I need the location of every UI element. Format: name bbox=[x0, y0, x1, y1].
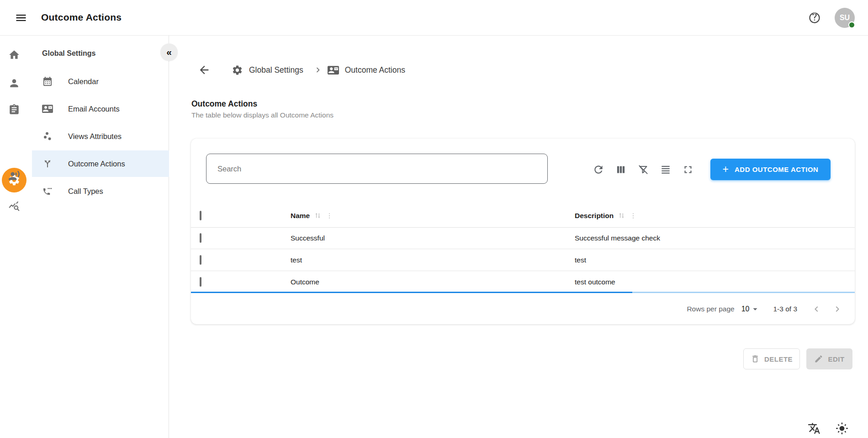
data-grid-card: + ADD OUTCOME ACTION Name Description Su… bbox=[191, 139, 855, 324]
contact-card-icon bbox=[42, 103, 53, 114]
query-stats-icon[interactable] bbox=[8, 201, 20, 213]
chevron-right-icon bbox=[313, 65, 323, 75]
rows-per-page-label: Rows per page bbox=[687, 305, 734, 313]
sidebar-item-label: Outcome Actions bbox=[68, 160, 125, 168]
fullscreen-icon[interactable] bbox=[682, 164, 694, 176]
breadcrumb: Global Settings Outcome Actions bbox=[198, 62, 405, 78]
cell-name: test bbox=[291, 256, 575, 264]
row-actions: DELETE EDIT bbox=[743, 348, 852, 369]
breadcrumb-global-settings[interactable]: Global Settings bbox=[232, 64, 303, 76]
dropdown-caret-icon bbox=[750, 304, 760, 314]
sidebar-item-label: Views Attributes bbox=[68, 132, 122, 141]
column-label: Name bbox=[291, 212, 310, 220]
sidebar-item-calendar[interactable]: Calendar bbox=[32, 68, 169, 95]
scatter-icon bbox=[42, 131, 53, 142]
gear-icon bbox=[232, 64, 243, 76]
app-title: Outcome Actions bbox=[41, 12, 122, 23]
edit-label: EDIT bbox=[828, 355, 844, 363]
contact-card-icon bbox=[328, 64, 339, 76]
view-columns-icon[interactable] bbox=[615, 164, 627, 176]
voice-person-icon[interactable] bbox=[8, 170, 20, 182]
grid-toolbar bbox=[593, 164, 694, 176]
sort-icon[interactable] bbox=[618, 212, 625, 219]
calendar-icon bbox=[42, 76, 53, 87]
edit-button[interactable]: EDIT bbox=[806, 348, 852, 369]
avatar[interactable]: SU bbox=[835, 8, 855, 28]
online-status-dot bbox=[848, 21, 855, 28]
sidebar-item-email-accounts[interactable]: Email Accounts bbox=[32, 96, 169, 122]
page-range-label: 1-3 of 3 bbox=[773, 305, 797, 313]
next-page-icon[interactable] bbox=[832, 304, 843, 315]
icon-rail bbox=[0, 36, 28, 438]
column-label: Description bbox=[575, 212, 614, 220]
cell-name: Outcome bbox=[291, 278, 575, 286]
plus-icon: + bbox=[723, 164, 729, 175]
column-menu-icon[interactable] bbox=[630, 212, 637, 219]
refresh-icon[interactable] bbox=[593, 164, 604, 176]
delete-label: DELETE bbox=[764, 355, 793, 363]
previous-page-icon[interactable] bbox=[811, 304, 822, 315]
table-row[interactable]: test test bbox=[191, 250, 855, 271]
person-icon[interactable] bbox=[8, 77, 20, 89]
sidebar: Global Settings « Calendar Email Account… bbox=[28, 36, 169, 438]
grid-header-row: Name Description bbox=[191, 204, 855, 228]
sidebar-item-outcome-actions[interactable]: Outcome Actions bbox=[32, 150, 169, 177]
row-density-icon[interactable] bbox=[660, 164, 672, 176]
clipboard-icon[interactable] bbox=[8, 104, 20, 116]
sidebar-item-label: Call Types bbox=[68, 187, 103, 196]
search-box bbox=[206, 154, 548, 184]
cell-description: test bbox=[575, 256, 855, 264]
row-checkbox[interactable] bbox=[200, 255, 201, 265]
page-title: Outcome Actions bbox=[191, 99, 257, 109]
rows-per-page-value: 10 bbox=[741, 305, 750, 313]
table-row[interactable]: Outcome test outcome bbox=[191, 271, 855, 293]
sidebar-header: Global Settings bbox=[42, 49, 95, 58]
pagination: Rows per page 10 1-3 of 3 bbox=[687, 298, 843, 320]
trash-icon bbox=[751, 354, 760, 363]
select-all-checkbox[interactable] bbox=[200, 211, 201, 220]
collapse-icon: « bbox=[166, 47, 172, 58]
column-header-description[interactable]: Description bbox=[575, 212, 855, 220]
delete-button[interactable]: DELETE bbox=[743, 348, 800, 369]
table-row[interactable]: Successful Successful message check bbox=[191, 228, 855, 249]
call-icon bbox=[42, 186, 53, 197]
add-outcome-action-button[interactable]: + ADD OUTCOME ACTION bbox=[710, 159, 831, 180]
branch-icon bbox=[42, 158, 53, 169]
cell-name: Successful bbox=[291, 234, 575, 242]
page-subtitle: The table below displays all Outcome Act… bbox=[191, 111, 333, 119]
row-checkbox[interactable] bbox=[200, 233, 201, 243]
sort-icon[interactable] bbox=[314, 212, 322, 219]
pencil-icon bbox=[814, 354, 823, 363]
column-menu-icon[interactable] bbox=[326, 212, 333, 219]
breadcrumb-outcome-actions[interactable]: Outcome Actions bbox=[328, 64, 405, 76]
rows-per-page-select[interactable]: 10 bbox=[741, 304, 761, 314]
collapse-sidebar-button[interactable]: « bbox=[160, 43, 178, 61]
add-button-label: ADD OUTCOME ACTION bbox=[735, 166, 818, 173]
column-header-name[interactable]: Name bbox=[291, 212, 575, 220]
menu-icon[interactable] bbox=[15, 11, 27, 24]
home-icon[interactable] bbox=[8, 49, 20, 61]
back-arrow-icon[interactable] bbox=[198, 64, 211, 76]
sidebar-item-label: Calendar bbox=[68, 77, 99, 86]
breadcrumb-label: Global Settings bbox=[249, 65, 303, 75]
sidebar-item-views-attributes[interactable]: Views Attributes bbox=[32, 123, 169, 150]
loading-progress-bar bbox=[191, 292, 855, 293]
avatar-initials: SU bbox=[840, 14, 850, 22]
top-app-bar: Outcome Actions SU bbox=[0, 0, 868, 36]
sidebar-item-label: Email Accounts bbox=[68, 105, 120, 113]
translate-icon[interactable] bbox=[808, 422, 820, 435]
sidebar-item-call-types[interactable]: Call Types bbox=[32, 178, 169, 204]
filter-off-icon[interactable] bbox=[637, 164, 649, 176]
cell-description: Successful message check bbox=[575, 234, 855, 242]
row-checkbox[interactable] bbox=[200, 277, 201, 287]
breadcrumb-label: Outcome Actions bbox=[345, 65, 405, 75]
search-input[interactable] bbox=[206, 154, 547, 183]
cell-description: test outcome bbox=[575, 278, 855, 286]
help-icon[interactable] bbox=[808, 11, 821, 24]
brightness-icon[interactable] bbox=[836, 422, 848, 435]
